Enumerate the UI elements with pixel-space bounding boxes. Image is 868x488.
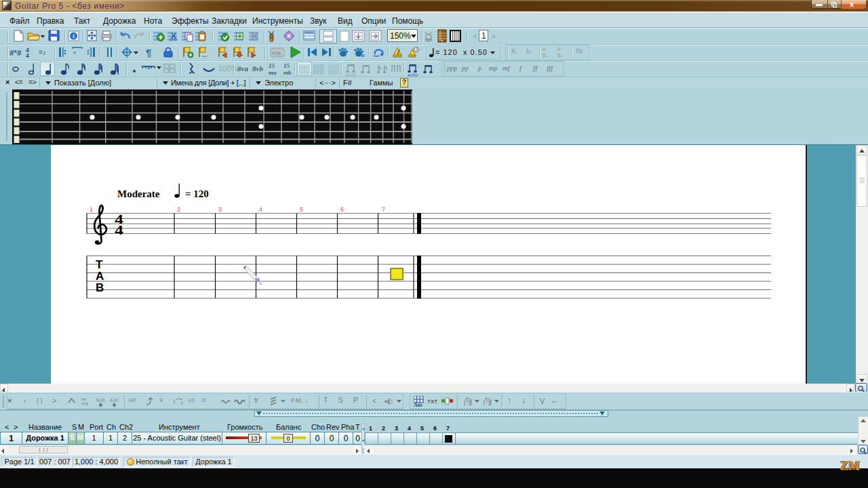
svg-text:AUTO: AUTO xyxy=(346,73,357,77)
svg-text:7: 7 xyxy=(382,206,385,213)
svg-text:=♪: =♪ xyxy=(39,49,46,56)
svg-text:3: 3 xyxy=(147,64,151,70)
svg-text:3: 3 xyxy=(218,206,222,213)
svg-text:1: 1 xyxy=(173,399,176,404)
svg-text:Moderate: Moderate xyxy=(117,188,160,199)
svg-text:Am: Am xyxy=(414,402,422,407)
svg-text:4: 4 xyxy=(115,223,123,237)
svg-text:6: 6 xyxy=(340,206,344,213)
svg-text:#x#: #x# xyxy=(9,47,22,58)
svg-text:2: 2 xyxy=(177,206,180,213)
svg-text:3: 3 xyxy=(180,401,183,405)
svg-text:B: B xyxy=(96,281,104,294)
svg-text:1: 1 xyxy=(90,206,93,213)
svg-text:4: 4 xyxy=(259,206,262,213)
svg-text:RSE: RSE xyxy=(272,51,282,56)
svg-text:...: ... xyxy=(202,52,208,58)
svg-text:x: x xyxy=(73,49,76,56)
svg-text:= 120: = 120 xyxy=(185,188,209,199)
svg-text:4: 4 xyxy=(26,52,29,59)
svg-text:AUTO: AUTO xyxy=(408,73,418,77)
svg-text:¶: ¶ xyxy=(146,47,151,58)
svg-text:5: 5 xyxy=(300,206,303,213)
